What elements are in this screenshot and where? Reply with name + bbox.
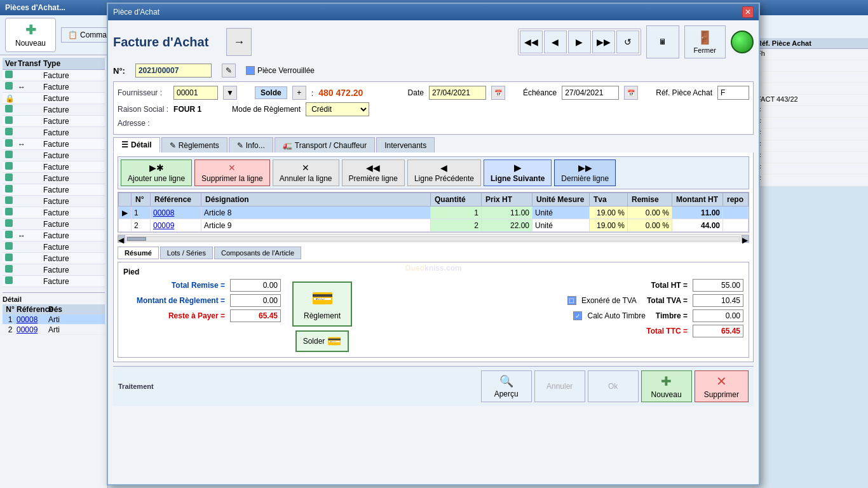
tab-lots[interactable]: Lots / Séries <box>160 247 213 259</box>
tab-info[interactable]: ✎ Info... <box>229 137 273 152</box>
montant-reglement-label: Montant de Règlement = <box>123 296 225 305</box>
table-row[interactable]: ▶ 1 00008 Article 8 1 11.00 Unité 19.00 … <box>119 207 749 219</box>
fournisseur-lookup-button[interactable]: ▼ <box>223 86 237 100</box>
date-picker-button[interactable]: 📅 <box>491 86 505 100</box>
h-scrollbar[interactable]: ◀ ▶ <box>118 234 749 243</box>
nouveau-button[interactable]: ✚ Nouveau <box>641 370 692 402</box>
echeance-picker-button[interactable]: 📅 <box>624 86 638 100</box>
timbre-value: 0.00 <box>693 309 743 322</box>
echeance-input[interactable] <box>562 86 619 100</box>
fournisseur-input[interactable] <box>173 86 218 100</box>
montant-reglement-input[interactable] <box>230 294 281 307</box>
suivante-ligne-button[interactable]: ▶ Ligne Suivante <box>484 159 552 186</box>
solde-plus-button[interactable]: + <box>292 86 306 100</box>
list-item[interactable]: Facture <box>3 219 105 230</box>
ref-row: F <box>754 163 868 175</box>
list-item[interactable]: Facture <box>3 241 105 253</box>
list-item[interactable]: Facture <box>3 150 105 161</box>
mode-reglement-select[interactable]: Crédit <box>306 102 369 116</box>
fournisseur-row: Fournisseur : ▼ Solde + : 480 472.20 Dat… <box>118 86 749 100</box>
calculator-button[interactable]: 🖩 <box>646 25 679 58</box>
dialog-header-row: Facture d'Achat → ◀◀ ◀ ▶ ▶▶ ↺ 🖩 🚪 Fermer <box>113 25 754 58</box>
calc-auto-checkbox[interactable]: ✓ <box>573 311 582 320</box>
precedente-ligne-button[interactable]: ◀ Ligne Précédente <box>407 159 481 186</box>
list-item[interactable]: Facture <box>3 207 105 219</box>
list-item[interactable]: Facture <box>3 70 105 81</box>
date-input[interactable] <box>429 86 486 100</box>
tab-transport[interactable]: 🚛 Transport / Chauffeur <box>275 137 375 152</box>
summary-middle: 💳 Règlement Solder 💳 <box>292 279 352 352</box>
ref-link-2[interactable]: 00009 <box>153 221 174 230</box>
tab-detail[interactable]: ☰ Détail <box>113 137 160 152</box>
tab-resume[interactable]: Résumé <box>118 247 159 259</box>
bottom-tab-bar: Résumé Lots / Séries Composants de l'Art… <box>118 247 749 259</box>
tab-bar: ☰ Détail ✎ Règlements ✎ Info... 🚛 Transp… <box>113 137 754 152</box>
detail-row[interactable]: 1 00008 Arti <box>3 315 105 325</box>
action-toolbar: ▶✱ Ajouter une ligne ✕ Supprimer la lign… <box>118 156 749 189</box>
supprimer-button[interactable]: ✕ Supprimer <box>695 370 749 402</box>
list-item[interactable]: ↔Facture <box>3 81 105 93</box>
list-item[interactable]: Facture <box>3 264 105 276</box>
list-item[interactable]: ↔Facture <box>3 139 105 150</box>
nav-first-button[interactable]: ◀◀ <box>520 30 543 53</box>
scroll-track[interactable] <box>126 236 740 241</box>
list-item[interactable]: Facture <box>3 173 105 184</box>
detail-des-1: Arti <box>48 315 74 324</box>
list-item[interactable]: 🔒Facture <box>3 93 105 104</box>
annuler-ligne-button[interactable]: ✕ Annuler la ligne <box>273 159 339 186</box>
list-item[interactable]: Facture <box>3 184 105 196</box>
solde-separator: : <box>311 88 314 98</box>
bg-nouveau-button[interactable]: ✚ Nouveau <box>5 18 56 52</box>
fermer-button[interactable]: 🚪 Fermer <box>684 25 726 58</box>
exonere-checkbox[interactable]: ☐ <box>567 296 576 305</box>
derniere-label: Dernière ligne <box>561 174 609 183</box>
nav-next-button[interactable]: ▶ <box>568 30 591 53</box>
detail-ref-1[interactable]: 00008 <box>17 315 48 324</box>
dialog-close-button[interactable]: ✕ <box>742 6 754 18</box>
ref-piece-input[interactable] <box>717 86 749 100</box>
nav-refresh-button[interactable]: ↺ <box>616 30 639 53</box>
piece-verrouillee-checkbox[interactable] <box>246 66 255 75</box>
total-remise-input[interactable] <box>230 279 281 292</box>
apercu-button[interactable]: 🔍 Aperçu <box>481 370 532 402</box>
reglement-button[interactable]: 💳 Règlement <box>292 281 352 327</box>
detail-num-1: 1 <box>4 315 17 324</box>
list-item[interactable]: Facture <box>3 116 105 127</box>
supprimer-ligne-button[interactable]: ✕ Supprimer la ligne <box>194 159 270 186</box>
ok-button[interactable]: Ok <box>588 370 639 402</box>
scroll-left-btn[interactable]: ◀ <box>118 235 125 243</box>
detail-ref-2[interactable]: 00009 <box>17 325 48 334</box>
premiere-ligne-button[interactable]: ◀◀ Première ligne <box>342 159 405 186</box>
list-item[interactable]: Facture <box>3 104 105 116</box>
tab-reglements[interactable]: ✎ Règlements <box>161 137 227 152</box>
annuler-button[interactable]: Annuler <box>534 370 585 402</box>
ref-link-1[interactable]: 00008 <box>153 208 174 217</box>
list-item[interactable]: Facture <box>3 276 105 287</box>
list-item[interactable]: Facture <box>3 196 105 207</box>
row-montant-1: 11.00 <box>672 207 723 219</box>
tab-composants[interactable]: Composants de l'Article <box>214 247 301 259</box>
list-item[interactable]: Facture <box>3 127 105 139</box>
scroll-thumb[interactable] <box>127 237 146 241</box>
transport-tab-label: Transport / Chauffeur <box>295 141 367 150</box>
solder-button[interactable]: Solder 💳 <box>295 330 349 352</box>
ajouter-ligne-button[interactable]: ▶✱ Ajouter une ligne <box>121 159 192 186</box>
scroll-right-btn[interactable]: ▶ <box>742 235 749 243</box>
nav-prev-button[interactable]: ◀ <box>544 30 567 53</box>
list-item[interactable]: ↔Facture <box>3 230 105 241</box>
list-item[interactable]: Facture <box>3 161 105 173</box>
table-row[interactable]: 2 00009 Article 9 2 22.00 Unité 19.00 % … <box>119 219 749 232</box>
numero-input[interactable] <box>135 64 212 78</box>
detail-row[interactable]: 2 00009 Arti <box>3 325 105 335</box>
lines-table-header: N° Référence Désignation Quantité Prix H… <box>119 193 749 207</box>
row-ref-2[interactable]: 00009 <box>151 219 201 232</box>
col-repo-header: repo <box>723 193 749 207</box>
arrow-button[interactable]: → <box>226 28 252 56</box>
tab-intervenants[interactable]: Intervenants <box>376 137 435 152</box>
list-item[interactable]: Facture <box>3 253 105 264</box>
nav-last-button[interactable]: ▶▶ <box>592 30 615 53</box>
derniere-ligne-button[interactable]: ▶▶ Dernière ligne <box>554 159 616 186</box>
row-ref-1[interactable]: 00008 <box>151 207 201 219</box>
edit-button[interactable]: ✎ <box>222 64 236 78</box>
calc-auto-label: Calc Auto Timbre <box>587 311 645 320</box>
